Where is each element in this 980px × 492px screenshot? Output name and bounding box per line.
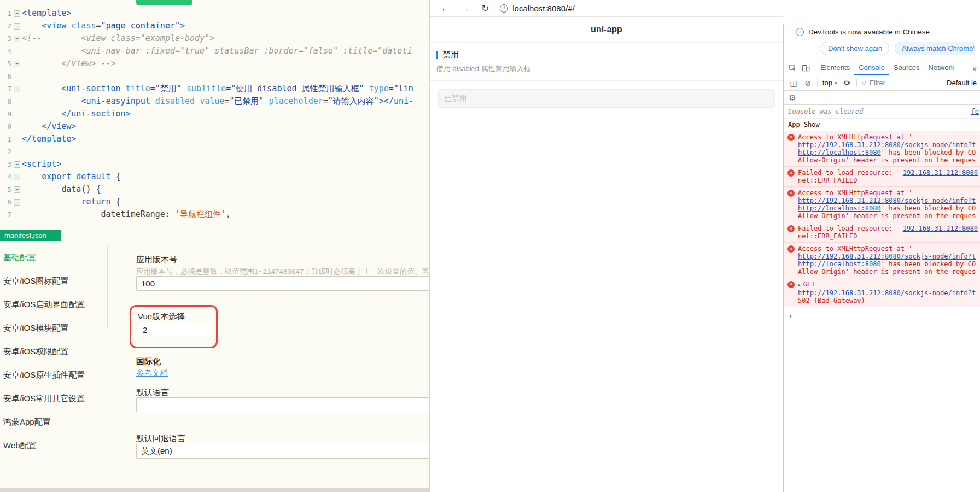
- line-gutter: 5−: [0, 183, 22, 196]
- sidebar-item-8[interactable]: 鸿蒙App配置: [3, 417, 105, 427]
- line-gutter: 0: [0, 120, 22, 133]
- forward-icon[interactable]: →: [461, 4, 470, 13]
- line-number: 5: [6, 183, 11, 196]
- console-prompt[interactable]: ›: [784, 307, 980, 325]
- code-segment: <uni-nav-bar :fixed="true" statusBar :bo…: [22, 46, 412, 56]
- code-segment: placeholder: [269, 96, 323, 106]
- error-text: ' has been blocked by CORS po: [881, 204, 976, 212]
- error-text: ' has been blocked by CORS po: [881, 260, 976, 268]
- console-error-block: ×Access to XMLHttpRequest at 'http://192…: [784, 243, 980, 278]
- code-text: <uni-easyinput disabled value="已禁用" plac…: [22, 95, 413, 108]
- code-segment: [195, 96, 200, 106]
- device-toolbar-icon[interactable]: [799, 62, 812, 74]
- tab-network[interactable]: Network: [924, 61, 959, 75]
- fallback-lang-label: 默认回退语言: [136, 434, 185, 444]
- vue-version-label: Vue版本选择: [138, 312, 185, 322]
- dont-show-again-button[interactable]: Don't show again: [821, 42, 889, 55]
- fold-toggle-icon[interactable]: −: [14, 61, 20, 67]
- match-language-button[interactable]: Always match Chrome's lang: [895, 42, 975, 55]
- tab-console[interactable]: Console: [854, 61, 889, 75]
- console-link[interactable]: http://localhost:8080: [798, 149, 881, 156]
- sidebar-item-1[interactable]: 基础配置: [3, 252, 105, 263]
- console-error-block: ×▶GET http://192.168.31.212:8080/sockjs-…: [784, 278, 980, 307]
- sidebar-item-6[interactable]: 安卓/iOS原生插件配置: [3, 370, 105, 380]
- fold-toggle-icon[interactable]: −: [14, 36, 20, 42]
- inspect-element-icon[interactable]: [786, 62, 799, 74]
- fallback-lang-input[interactable]: [136, 444, 430, 459]
- error-source-link[interactable]: 192.168.31.212:8080: [901, 225, 978, 232]
- browser-panel: ← → ↻ i localhost:8080/#/ uni-app 禁用 使用 …: [430, 0, 783, 492]
- manifest-json-tab[interactable]: manifest.json: [0, 230, 61, 241]
- console-link[interactable]: http://localhost:8080: [798, 260, 881, 268]
- console-error-line: net::ERR_FAILED: [798, 232, 976, 240]
- default-lang-label: 默认语言: [136, 388, 169, 398]
- console-toolbar: ◫ ⊘ top ▾ ▽ Filter Default le: [784, 75, 980, 91]
- address-bar[interactable]: i localhost:8080/#/: [500, 4, 574, 13]
- console-link[interactable]: http://localhost:8080: [798, 204, 881, 212]
- back-icon[interactable]: ←: [441, 4, 450, 13]
- sidebar-item-5[interactable]: 安卓/iOS权限配置: [3, 346, 105, 357]
- console-error-block: ×Access to XMLHttpRequest at 'http://192…: [784, 131, 980, 167]
- info-icon: i: [796, 28, 804, 36]
- prompt-chevron-icon: ›: [788, 312, 792, 320]
- fold-toggle-icon[interactable]: −: [14, 186, 20, 193]
- reference-doc-link[interactable]: 参考文档: [136, 368, 168, 378]
- chevron-down-icon: ▾: [835, 80, 837, 86]
- i18n-heading: 国际化: [136, 356, 161, 367]
- console-link[interactable]: http://192.168.31.212:8080/sockjs-node/i…: [798, 197, 976, 204]
- fold-toggle-icon[interactable]: −: [14, 161, 20, 168]
- sidebar-item-2[interactable]: 安卓/iOS图标配置: [3, 276, 105, 286]
- log-levels-dropdown[interactable]: Default le: [947, 79, 977, 87]
- filter-input[interactable]: ▽ Filter: [860, 79, 888, 87]
- console-link[interactable]: http://192.168.31.212:8080/sockjs-node/i…: [798, 289, 976, 297]
- fold-toggle-icon[interactable]: −: [14, 10, 20, 17]
- code-line: 2− <view class="page container">: [0, 20, 429, 32]
- fold-toggle-icon[interactable]: −: [14, 174, 20, 180]
- line-gutter: 4−: [0, 171, 22, 183]
- site-info-icon[interactable]: i: [500, 4, 508, 13]
- line-gutter: 1−: [0, 7, 22, 20]
- fold-toggle-icon[interactable]: −: [14, 86, 20, 92]
- sidebar-item-9[interactable]: Web配置: [3, 440, 105, 451]
- sidebar-item-4[interactable]: 安卓/iOS模块配置: [3, 323, 105, 333]
- default-lang-input[interactable]: [136, 397, 430, 412]
- cleared-source-link[interactable]: fe: [971, 108, 979, 115]
- code-text: <uni-section title="禁用" subTitle="使用 dis…: [22, 83, 413, 95]
- console-link[interactable]: http://192.168.31.212:8080/sockjs-node/i…: [798, 141, 976, 149]
- browser-toolbar: ← → ↻ i localhost:8080/#/: [430, 0, 783, 17]
- error-text: net::ERR_FAILED: [798, 232, 857, 240]
- sidebar-item-7[interactable]: 安卓/iOS常用其它设置: [3, 393, 105, 404]
- tab-elements[interactable]: Elements: [816, 61, 854, 75]
- fold-spacer: [14, 111, 20, 118]
- notification-row: i DevTools is now available in Chinese: [796, 28, 975, 36]
- code-area[interactable]: 1−<template>2− <view class="page contain…: [0, 7, 429, 221]
- code-text: export default {: [22, 171, 121, 183]
- context-label: top: [822, 79, 832, 87]
- editor-panel: 1−<template>2− <view class="page contain…: [0, 0, 430, 492]
- fold-spacer: [14, 124, 20, 130]
- line-number: 0: [6, 120, 11, 133]
- console-link[interactable]: http://192.168.31.212:8080/sockjs-node/i…: [798, 253, 976, 260]
- eye-icon[interactable]: [841, 77, 854, 89]
- fold-toggle-icon[interactable]: −: [14, 23, 20, 30]
- error-text: 502 (Bad Gateway): [798, 297, 865, 304]
- reload-icon[interactable]: ↻: [481, 4, 489, 13]
- more-tabs-icon[interactable]: »: [972, 64, 978, 73]
- fold-spacer: [14, 98, 20, 105]
- error-source-link[interactable]: 192.168.31.212:8080: [901, 169, 978, 177]
- fold-toggle-icon[interactable]: −: [14, 199, 20, 206]
- console-cleared-row: fe Console was cleared: [784, 105, 980, 119]
- clear-console-icon[interactable]: ⊘: [801, 77, 814, 89]
- run-button[interactable]: [136, 0, 192, 5]
- expand-triangle-icon[interactable]: ▶: [798, 283, 801, 288]
- app-version-input[interactable]: [136, 276, 430, 291]
- code-segment: () {: [81, 184, 101, 194]
- line-number: 6: [6, 196, 11, 208]
- console-settings-gear-icon[interactable]: ⚙: [786, 92, 799, 104]
- sidebar-item-3[interactable]: 安卓/iOS启动界面配置: [3, 299, 105, 310]
- context-selector[interactable]: top ▾: [820, 79, 839, 87]
- console-sidebar-icon[interactable]: ◫: [787, 77, 800, 89]
- tab-sources[interactable]: Sources: [889, 61, 924, 75]
- vue-version-input[interactable]: [138, 323, 212, 337]
- console-error-line: Access to XMLHttpRequest at ': [798, 245, 976, 253]
